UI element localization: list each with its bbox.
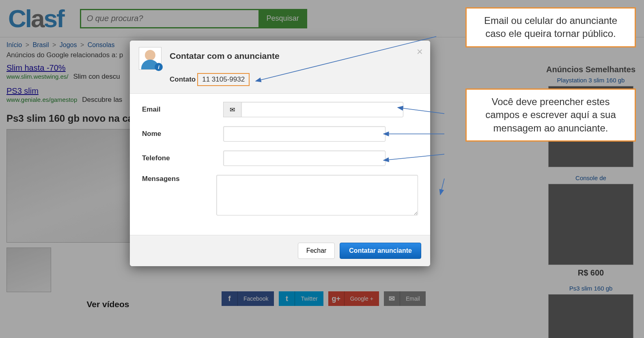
modal-footer: Fechar Contatar anunciante: [130, 235, 430, 266]
form-row-nome: Nome: [142, 126, 418, 142]
contact-modal: × i Contatar com o anunciante Contato 11…: [130, 41, 430, 266]
annotation-callout-2: Você deve preencher estes campos e escre…: [465, 88, 636, 142]
envelope-icon: ✉: [223, 102, 241, 117]
contact-line: Contato 11 3105-9932: [170, 73, 421, 86]
contatar-button[interactable]: Contatar anunciante: [340, 243, 421, 259]
fechar-button[interactable]: Fechar: [298, 243, 335, 259]
label-telefone: Telefone: [142, 154, 223, 162]
telefone-field[interactable]: [223, 151, 386, 166]
form-row-email: Email ✉: [142, 102, 418, 117]
modal-body: Email ✉ Nome Telefone Mensagens: [130, 94, 430, 235]
modal-title-area: Contatar com o anunciante Contato 11 310…: [170, 47, 421, 86]
modal-title: Contatar com o anunciante: [170, 51, 421, 61]
nome-field[interactable]: [223, 126, 386, 142]
annotation-callout-1: Email ou celular do anunciante caso ele …: [465, 7, 636, 47]
info-icon: i: [155, 63, 163, 71]
avatar: i: [139, 47, 162, 70]
contact-phone: 11 3105-9932: [197, 73, 250, 86]
page-wrapper: Clasf Pesquisar Início > Brasil > Jogos …: [0, 0, 644, 338]
email-field[interactable]: [241, 102, 403, 117]
modal-header: × i Contatar com o anunciante Contato 11…: [130, 41, 430, 94]
close-icon[interactable]: ×: [417, 45, 423, 58]
mensagens-field[interactable]: [216, 175, 418, 215]
label-email: Email: [142, 105, 223, 114]
form-row-telefone: Telefone: [142, 151, 418, 166]
label-mensagens: Mensagens: [142, 175, 216, 183]
label-nome: Nome: [142, 130, 223, 138]
form-row-mensagens: Mensagens: [142, 175, 418, 215]
contact-label: Contato: [170, 75, 196, 84]
